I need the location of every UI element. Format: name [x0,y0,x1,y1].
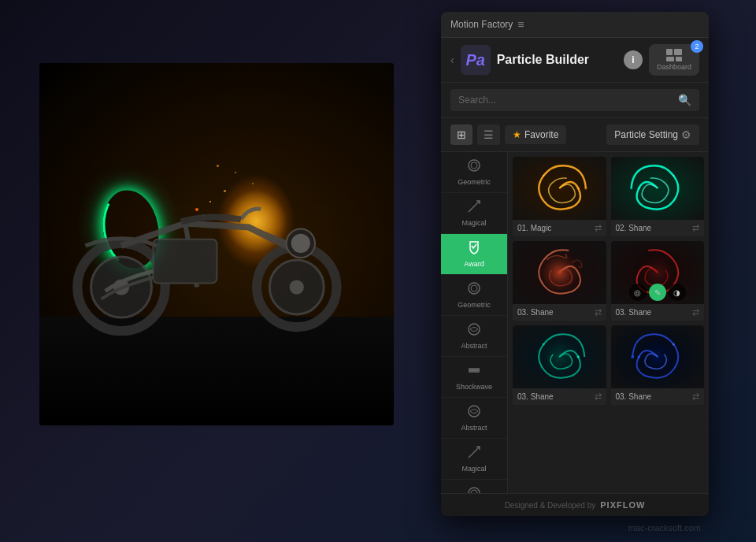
panel-title: Particle Builder [497,53,617,67]
abstract-icon-2 [467,404,481,421]
star-icon: ★ [513,129,521,140]
category-sidebar: Geometric Magical Award Ge [441,152,508,493]
particle-setting-label: Particle Setting [614,129,678,140]
sidebar-label-magical-2: Magical [461,465,486,473]
sidebar-item-abstract-2[interactable]: Abstract [441,398,507,439]
svg-line-23 [469,447,480,458]
geometric-icon-3 [467,486,481,493]
svg-point-32 [543,175,544,176]
sidebar-item-geometric-3[interactable]: Geometric [441,480,507,493]
dashboard-badge: 2 [691,40,703,53]
list-icon: ☰ [484,128,494,141]
shockwave-icon-1 [467,363,481,381]
thumb-ctrl-brush[interactable]: ✎ [649,284,666,301]
svg-point-35 [673,175,674,176]
grid-label-02: 02. Shane [616,224,652,232]
svg-rect-9 [666,49,673,55]
dashboard-button[interactable]: 2 Dashboard [649,44,699,76]
moto-svg [57,165,376,346]
grid-item-03c[interactable]: 03. Shane ⇄ [513,325,606,405]
grid-label-01: 01. Magic [517,224,551,232]
view-filter-row: ⊞ ☰ ★ Favorite Particle Setting ⚙ [441,118,709,152]
panel-nav: ‹ Pa Particle Builder i 2 Dashboard [441,38,709,83]
panel-footer: Designed & Developed by PIXFLOW [441,493,709,516]
search-row: Search... 🔍 [441,83,709,118]
chevron-left-icon[interactable]: ‹ [450,54,454,66]
spiral-svg-02 [611,157,705,220]
brand-text: Motion Factory [450,19,513,30]
sidebar-item-geometric-2[interactable]: Geometric [441,275,507,316]
grid-footer-03a: 03. Shane ⇄ [513,304,606,321]
geometric-icon-1 [467,158,481,176]
particle-setting-button[interactable]: Particle Setting ⚙ [606,124,699,145]
svg-point-43 [637,355,639,358]
pa-logo: Pa [461,45,491,75]
magical-icon-1 [467,199,481,217]
grid-item-03b[interactable]: ◎ ✎ ◑ 03. Shane ⇄ [611,241,705,321]
svg-point-31 [577,187,580,189]
list-view-button[interactable]: ☰ [477,124,500,145]
main-content: Geometric Magical Award Ge [441,152,709,493]
spiral-svg-03a [513,241,606,304]
favorite-button[interactable]: ★ Favorite [505,125,566,144]
abstract-icon-1 [467,322,481,340]
watermark: mac-cracksoft.com [628,523,701,533]
grid-item-02[interactable]: 02. Shane ⇄ [611,157,705,236]
grid-footer-03d: 03. Shane ⇄ [611,388,705,405]
search-icon: 🔍 [678,94,691,106]
sidebar-item-magical-2[interactable]: Magical [441,439,507,480]
sidebar-label-abstract-2: Abstract [461,424,487,432]
grid-view-button[interactable]: ⊞ [450,124,472,145]
award-icon [467,240,481,258]
grid-item-01[interactable]: 01. Magic ⇄ [513,157,606,236]
grid-footer-01: 01. Magic ⇄ [513,220,606,236]
panel-header-bar: Motion Factory ≡ [441,12,709,38]
grid-label-03a: 03. Shane [517,308,554,317]
search-box[interactable]: Search... 🔍 [450,89,699,111]
sidebar-label-award: Award [464,260,484,268]
grid-label-03c: 03. Shane [517,392,554,401]
grid-footer-03c: 03. Shane ⇄ [513,388,606,405]
dashboard-label: Dashboard [657,63,691,71]
sidebar-item-shockwave-1[interactable]: Shockwave [441,357,507,398]
grid-item-03d[interactable]: 03. Shane ⇄ [611,325,705,405]
svg-point-8 [291,233,309,252]
grid-item-03a[interactable]: 03. Shane ⇄ [513,241,606,321]
sidebar-label-geometric-2: Geometric [458,301,491,309]
panel-brand-area: Motion Factory ≡ [450,18,524,31]
info-button[interactable]: i [624,50,643,69]
sidebar-label-abstract-1: Abstract [461,342,487,350]
svg-point-13 [469,160,480,171]
grid-container: 01. Magic ⇄ [513,157,704,405]
svg-point-33 [584,187,587,189]
svg-point-14 [471,162,477,169]
grid-label-03d: 03. Shane [616,392,652,401]
svg-point-41 [543,343,545,345]
favorite-label: Favorite [524,129,558,140]
sidebar-label-shockwave-1: Shockwave [456,383,492,391]
svg-point-34 [637,187,639,189]
menu-icon[interactable]: ≡ [517,18,524,31]
sidebar-item-abstract-1[interactable]: Abstract [441,316,507,357]
dashboard-icon [666,49,682,61]
sidebar-item-geometric-1[interactable]: Geometric [441,152,507,193]
grid-footer-02: 02. Shane ⇄ [611,220,705,236]
thumb-ctrl-dark[interactable]: ◑ [669,284,686,301]
transfer-icon-03c: ⇄ [595,392,602,402]
thumb-ctrl-target[interactable]: ◎ [629,284,647,301]
svg-point-16 [469,283,480,294]
svg-rect-6 [153,239,217,284]
hero-image [39,63,394,425]
svg-line-15 [469,201,480,212]
thumb-02 [611,157,705,220]
particle-grid: 01. Magic ⇄ [508,152,709,493]
thumb-03a [513,241,606,304]
spiral-svg-03c [513,325,606,388]
footer-brand: PIXFLOW [600,500,645,510]
search-placeholder[interactable]: Search... [458,95,673,106]
panel: Motion Factory ≡ ‹ Pa Particle Builder i… [441,12,709,516]
sidebar-item-award[interactable]: Award [441,234,507,275]
transfer-icon-01: ⇄ [595,223,602,233]
sidebar-item-magical-1[interactable]: Magical [441,193,507,234]
grid-footer-03b: 03. Shane ⇄ [611,304,705,321]
